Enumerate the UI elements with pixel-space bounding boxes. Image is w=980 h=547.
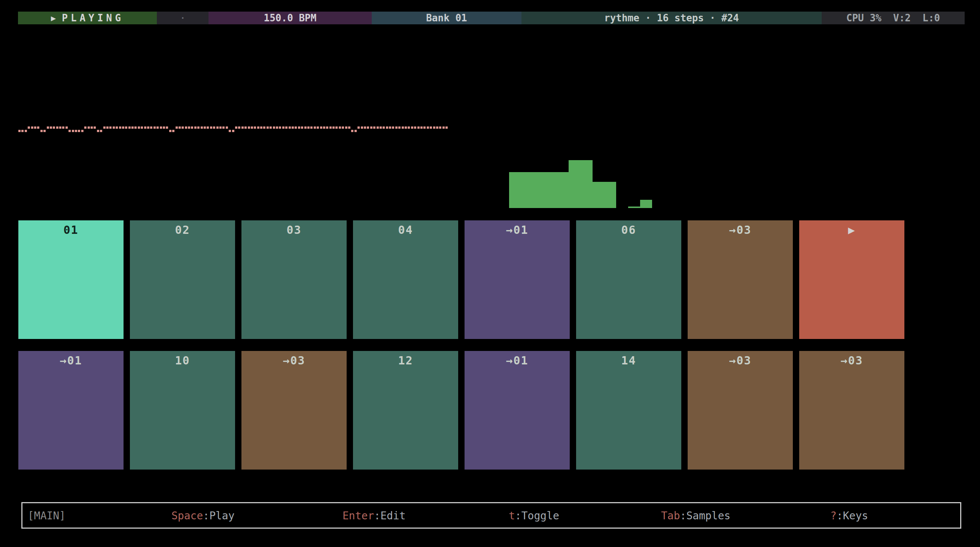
waveform-dot xyxy=(380,127,382,129)
waveform-dot xyxy=(342,127,344,129)
waveform-dot xyxy=(417,127,420,129)
waveform-dot xyxy=(213,127,215,129)
waveform-dot xyxy=(84,127,86,129)
waveform-dot xyxy=(260,127,262,129)
pad-r2c4[interactable]: 12 xyxy=(353,351,458,469)
pad-r1c7[interactable]: →03 xyxy=(688,220,793,339)
system-stats-label: CPU 3% V:2 L:0 xyxy=(846,12,940,24)
waveform-dot xyxy=(323,127,325,129)
pad-r1c6[interactable]: 06 xyxy=(576,220,681,339)
pad-grid: 01020304→0106→03▶→0110→0312→0114→03→03 xyxy=(18,220,904,469)
pad-label: 02 xyxy=(175,224,190,236)
hint-toggle-label: Toggle xyxy=(522,509,559,522)
hint-toggle: t:Toggle xyxy=(509,509,559,522)
pad-label: →03 xyxy=(840,354,863,367)
transport-status[interactable]: ▶PLAYING xyxy=(18,12,157,24)
waveform-dot xyxy=(304,127,307,129)
waveform-dot xyxy=(398,127,401,129)
waveform-dot xyxy=(53,127,55,129)
spacer-dot: · xyxy=(180,13,185,23)
waveform-dot xyxy=(56,127,58,129)
pad-label: →01 xyxy=(506,224,528,236)
waveform-dot xyxy=(97,130,99,132)
top-bar: ▶PLAYING · 150.0 BPM Bank 01 rythme · 16… xyxy=(18,12,965,24)
waveform-dot xyxy=(439,127,441,129)
tempo-display[interactable]: 150.0 BPM xyxy=(208,12,372,24)
waveform-dot xyxy=(194,127,197,129)
hint-play-key: Space xyxy=(172,509,203,522)
pad-r2c1[interactable]: →01 xyxy=(18,351,124,469)
pad-r2c5[interactable]: →01 xyxy=(465,351,570,469)
waveform-dot xyxy=(373,127,375,129)
pad-r1c5[interactable]: →01 xyxy=(465,220,570,339)
waveform-dot xyxy=(377,127,379,129)
waveform-dot xyxy=(153,127,156,129)
waveform-dot xyxy=(433,127,435,129)
waveform-dot xyxy=(289,127,291,129)
pad-label: →03 xyxy=(729,224,751,236)
hint-samples-label: Samples xyxy=(686,509,730,522)
bank-display[interactable]: Bank 01 xyxy=(372,12,522,24)
waveform-dot xyxy=(116,127,118,129)
waveform-dot xyxy=(332,127,335,129)
waveform-dot xyxy=(267,127,269,129)
pad-label: 10 xyxy=(175,354,190,367)
waveform-dot xyxy=(273,127,275,129)
meter-bar xyxy=(593,182,605,208)
waveform-dot xyxy=(263,127,266,129)
pad-label: 01 xyxy=(63,224,78,236)
waveform-dot xyxy=(402,127,404,129)
waveform-dot xyxy=(370,127,372,129)
pad-label: →03 xyxy=(729,354,751,367)
meter-bar xyxy=(509,172,521,208)
pad-label: 04 xyxy=(398,224,413,236)
pattern-waveform xyxy=(18,127,449,133)
waveform-dot xyxy=(329,127,332,129)
waveform-dot xyxy=(122,127,124,129)
waveform-dot xyxy=(191,127,193,129)
pad-r2c3[interactable]: →03 xyxy=(242,351,347,469)
pad-r1c1[interactable]: 01 xyxy=(18,220,124,339)
waveform-dot xyxy=(166,127,168,129)
waveform-dot xyxy=(113,127,115,129)
waveform-dot xyxy=(395,127,398,129)
waveform-dot xyxy=(232,130,234,132)
waveform-dot xyxy=(408,127,410,129)
pad-r1c3[interactable]: 03 xyxy=(242,220,347,339)
waveform-dot xyxy=(156,127,159,129)
waveform-dot xyxy=(47,127,49,129)
hint-edit-key: Enter xyxy=(342,509,374,522)
waveform-dot xyxy=(216,127,219,129)
waveform-dot xyxy=(28,127,30,129)
pad-r1c4[interactable]: 04 xyxy=(353,220,458,339)
pad-r2c6[interactable]: 14 xyxy=(576,351,681,469)
waveform-dot xyxy=(220,127,222,129)
waveform-dot xyxy=(301,127,303,129)
waveform-dot xyxy=(235,127,237,129)
waveform-dot xyxy=(100,130,102,132)
waveform-dot xyxy=(445,127,448,129)
waveform-dot xyxy=(436,127,438,129)
pad-r2c7[interactable]: →03 xyxy=(688,351,793,469)
pad-r1c8[interactable]: ▶ xyxy=(799,220,904,339)
pad-r2c2[interactable]: 10 xyxy=(130,351,235,469)
waveform-dot xyxy=(21,130,24,132)
hint-keys: ?:Keys xyxy=(830,509,868,522)
hint-samples-key: Tab xyxy=(661,509,680,522)
waveform-dot xyxy=(238,127,240,129)
waveform-dot xyxy=(442,127,445,129)
pad-r2c8[interactable]: →03 xyxy=(799,351,904,469)
waveform-dot xyxy=(314,127,316,129)
waveform-dot xyxy=(336,127,338,129)
pad-label: →01 xyxy=(506,354,528,367)
waveform-dot xyxy=(310,127,313,129)
level-meter xyxy=(509,160,652,208)
waveform-dot xyxy=(197,127,199,129)
waveform-dot xyxy=(292,127,294,129)
waveform-dot xyxy=(65,127,68,129)
pattern-info-label: rythme · 16 steps · #24 xyxy=(604,12,739,24)
waveform-dot xyxy=(188,127,190,129)
pad-r1c2[interactable]: 02 xyxy=(130,220,235,339)
waveform-dot xyxy=(31,127,33,129)
waveform-dot xyxy=(40,130,43,132)
